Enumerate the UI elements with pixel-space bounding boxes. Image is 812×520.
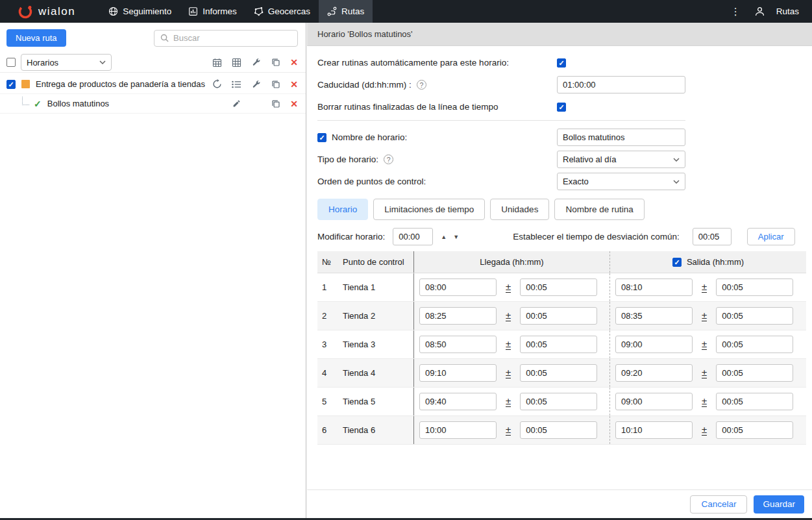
help-icon[interactable]: ? [417,80,426,90]
step-down-icon[interactable]: ▼ [453,234,459,240]
plus-minus-icon[interactable]: ± [506,282,511,293]
departure-deviation-input[interactable] [716,421,793,439]
plus-minus-icon[interactable]: ± [702,310,707,321]
modify-schedule-label: Modificar horario: [317,232,385,241]
schedule-row[interactable]: ✓ Bollos matutinos ✕ [0,94,306,114]
user-icon[interactable] [754,6,765,17]
delete-icon[interactable]: ✕ [290,99,298,108]
route-checkbox[interactable] [6,80,16,89]
new-route-button[interactable]: Nueva ruta [6,29,66,47]
checkpoints-list-icon[interactable] [232,80,241,88]
header-number: № [317,251,337,273]
checkpoint-row: 3 Tienda 3 ± ± [317,330,806,359]
wrench-icon[interactable] [251,80,261,89]
plus-minus-icon[interactable]: ± [506,367,511,378]
departure-column-checkbox[interactable] [672,258,682,267]
search-input[interactable] [173,33,291,43]
tab-unidades[interactable]: Unidades [490,199,549,220]
arrival-deviation-input[interactable] [520,279,597,296]
cancel-button[interactable]: Cancelar [690,495,747,514]
expiration-input[interactable] [557,76,685,93]
help-icon[interactable]: ? [384,155,393,164]
more-menu-icon[interactable]: ⋮ [728,6,743,16]
chevron-down-icon [673,158,680,162]
arrival-deviation-input[interactable] [520,336,597,353]
arrival-deviation-input[interactable] [520,393,597,410]
route-name[interactable]: Entrega de productos de panadería a tien… [36,79,205,89]
plus-minus-icon[interactable]: ± [506,310,511,321]
departure-time-input[interactable] [615,393,693,410]
tab-horario[interactable]: Horario [317,199,368,220]
select-all-checkbox[interactable] [6,58,16,67]
departure-cell: ± [609,359,806,387]
departure-deviation-input[interactable] [716,279,793,296]
save-button[interactable]: Guardar [754,495,804,514]
calendar-icon[interactable] [212,58,222,68]
user-menu-label[interactable]: Rutas [776,6,799,16]
departure-time-input[interactable] [615,307,693,325]
checkpoint-row: 5 Tienda 5 ± ± [317,388,806,416]
nav-seguimiento[interactable]: Seguimiento [100,0,180,23]
routines-refresh-icon[interactable] [212,79,222,89]
arrival-time-input[interactable] [419,393,497,410]
common-deviation-input[interactable] [693,228,732,245]
departure-time-input[interactable] [615,364,693,382]
departure-cell: ± [609,330,806,358]
tab-nombre-de-rutina[interactable]: Nombre de rutina [554,199,644,220]
copy-icon[interactable] [271,58,280,67]
schedule-type-select[interactable]: Relativo al día [557,151,685,168]
delete-finished-checkbox[interactable] [557,103,566,112]
plus-minus-icon[interactable]: ± [702,282,707,293]
checkpoint-rows: 1 Tienda 1 ± ± 2 Tienda 2 ± ± 3 Tienda 3 [317,273,806,445]
plus-minus-icon[interactable]: ± [506,396,511,407]
plus-minus-icon[interactable]: ± [506,339,511,350]
auto-routines-row: Crear rutinas automáticamente para este … [317,54,806,71]
arrival-time-input[interactable] [419,279,497,296]
schedule-name-input[interactable] [557,129,685,146]
arrival-deviation-input[interactable] [520,307,597,325]
grid-icon[interactable] [232,58,241,68]
nav-rutas[interactable]: Rutas [319,0,373,23]
delete-icon[interactable]: ✕ [290,80,298,89]
modify-time-input[interactable] [393,228,433,245]
apply-button[interactable]: Aplicar [747,228,795,245]
list-mode-select[interactable]: Horarios [21,54,112,71]
schedule-name-checkbox[interactable] [317,133,326,142]
arrival-time-input[interactable] [419,421,497,439]
departure-deviation-input[interactable] [716,336,793,353]
arrival-time-input[interactable] [419,364,497,382]
plus-minus-icon[interactable]: ± [702,425,707,436]
checkpoint-order-select[interactable]: Exacto [557,173,685,190]
departure-time-input[interactable] [615,421,693,439]
schedule-type-row: Tipo de horario: ? Relativo al día [317,151,806,168]
arrival-deviation-input[interactable] [520,421,597,439]
wialon-logo[interactable]: wialon [0,0,84,23]
route-row[interactable]: Entrega de productos de panadería a tien… [0,75,306,94]
edit-pencil-icon[interactable] [232,99,241,108]
auto-routines-checkbox[interactable] [557,58,566,68]
departure-deviation-input[interactable] [716,364,793,382]
common-deviation-label: Establecer el tiempo de desviación común… [513,232,680,241]
form-divider [317,120,685,121]
departure-time-input[interactable] [615,336,693,353]
copy-icon[interactable] [271,99,280,108]
departure-deviation-input[interactable] [716,393,793,410]
plus-minus-icon[interactable]: ± [702,367,707,378]
tab-limitaciones-de-tiempo[interactable]: Limitaciones de tiempo [373,199,485,220]
step-up-icon[interactable]: ▲ [441,234,447,240]
departure-deviation-input[interactable] [716,307,793,325]
delete-icon[interactable]: ✕ [290,58,298,67]
arrival-time-input[interactable] [419,307,497,325]
plus-minus-icon[interactable]: ± [702,396,707,407]
nav-informes[interactable]: Informes [180,0,245,23]
arrival-time-input[interactable] [419,336,497,353]
wrench-icon[interactable] [251,58,261,67]
plus-minus-icon[interactable]: ± [702,339,707,350]
plus-minus-icon[interactable]: ± [506,425,511,436]
departure-time-input[interactable] [615,279,693,296]
schedule-name[interactable]: Bollos matutinos [47,99,109,108]
arrival-deviation-input[interactable] [520,364,597,382]
copy-icon[interactable] [271,80,280,89]
nav-geocercas[interactable]: Geocercas [245,0,319,23]
schedule-actions: ✕ [232,99,298,108]
